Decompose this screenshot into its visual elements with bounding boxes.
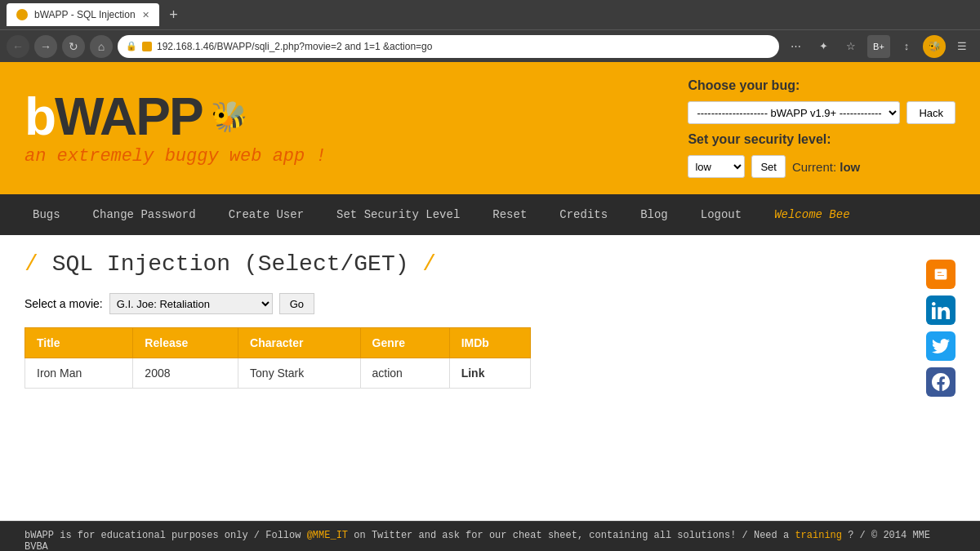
pocket-icon[interactable]: ✦ [812, 35, 835, 58]
cell-title: Iron Man [25, 358, 133, 389]
home-button[interactable]: ⌂ [90, 35, 113, 58]
extension-icon-1[interactable]: B+ [867, 35, 890, 58]
table-header-row: Title Release Character Genre IMDb [25, 328, 531, 358]
new-tab-button[interactable]: + [163, 3, 185, 26]
forward-button[interactable]: → [34, 35, 57, 58]
cell-genre: action [360, 358, 449, 389]
cell-character: Tony Stark [238, 358, 360, 389]
footer-twitter-link[interactable]: @MME_IT [307, 530, 348, 541]
current-security-display: Current: low [792, 160, 860, 174]
col-release: Release [133, 328, 238, 358]
logo-text: bWAPP [24, 91, 203, 143]
nav-change-password[interactable]: Change Password [77, 194, 212, 235]
site-footer: bWAPP is for educational purposes only /… [0, 521, 980, 551]
table-header: Title Release Character Genre IMDb [25, 328, 531, 358]
lock-icon: 🔒 [126, 41, 137, 51]
tab-close-button[interactable]: ✕ [142, 10, 149, 20]
cell-release: 2008 [133, 358, 238, 389]
movie-select-row: Select a movie: G.I. Joe: Retaliation Go [24, 293, 910, 314]
current-security-value: low [840, 160, 860, 174]
logo-b: b [24, 87, 55, 146]
nav-credits[interactable]: Credits [543, 194, 624, 235]
choose-bug-label: Choose your bug: [688, 78, 800, 93]
header-controls: Choose your bug: -------------------- bW… [688, 78, 956, 178]
tab-favicon [16, 9, 28, 20]
address-bar[interactable]: 🔒 192.168.1.46/BWAPP/sqli_2.php?movie=2 … [118, 35, 779, 58]
page-title-text: SQL Injection (Select/GET) [52, 251, 409, 277]
security-label: Set your security level: [688, 132, 831, 147]
bookmark-icon[interactable]: ☆ [840, 35, 862, 58]
active-tab[interactable]: bWAPP - SQL Injection ✕ [7, 3, 159, 26]
tagline: an extremely buggy web app ! [24, 146, 327, 167]
content-area: / SQL Injection (Select/GET) / Select a … [24, 251, 910, 504]
results-table: Title Release Character Genre IMDb Iron … [24, 327, 531, 389]
movie-select[interactable]: G.I. Joe: Retaliation [109, 293, 273, 314]
table-body: Iron Man 2008 Tony Stark action Link [25, 358, 531, 389]
cell-imdb: Link [449, 358, 530, 389]
logo-area: bWAPP 🐝 an extremely buggy web app ! [24, 91, 327, 167]
set-security-button[interactable]: Set [751, 155, 786, 178]
nav-create-user[interactable]: Create User [212, 194, 320, 235]
title-prefix-slash: / [24, 251, 38, 277]
site-header: bWAPP 🐝 an extremely buggy web app ! Cho… [0, 62, 980, 194]
url-text: 192.168.1.46/BWAPP/sqli_2.php?movie=2 an… [157, 41, 771, 52]
imdb-link[interactable]: Link [461, 367, 485, 380]
sync-icon[interactable]: ↕ [895, 35, 918, 58]
social-sidebar [926, 251, 956, 504]
profile-icon[interactable]: 🐝 [923, 35, 946, 58]
nav-welcome[interactable]: Welcome Bee [758, 194, 866, 235]
main-nav: Bugs Change Password Create User Set Sec… [0, 194, 980, 235]
footer-text-before: bWAPP is for educational purposes only /… [24, 530, 307, 541]
page-title: / SQL Injection (Select/GET) / [24, 251, 910, 277]
bee-icon: 🐝 [211, 100, 247, 134]
footer-text-middle: on Twitter and ask for our cheat sheet, … [354, 530, 795, 541]
main-content: / SQL Injection (Select/GET) / Select a … [0, 235, 980, 521]
col-character: Character [238, 328, 360, 358]
nav-blog[interactable]: Blog [624, 194, 684, 235]
twitter-icon[interactable] [926, 331, 956, 361]
title-suffix-slash: / [422, 251, 436, 277]
hack-button[interactable]: Hack [906, 101, 956, 124]
tab-title: bWAPP - SQL Injection [34, 9, 136, 20]
bug-select[interactable]: -------------------- bWAPP v1.9+ -------… [688, 101, 900, 124]
menu-button[interactable]: ☰ [951, 35, 973, 58]
nav-set-security-level[interactable]: Set Security Level [320, 194, 476, 235]
footer-training-link[interactable]: training [795, 530, 842, 541]
col-title: Title [25, 328, 133, 358]
site-favicon [142, 42, 152, 51]
movie-select-label: Select a movie: [24, 297, 103, 310]
nav-bugs[interactable]: Bugs [16, 194, 77, 235]
facebook-icon[interactable] [926, 367, 956, 397]
col-genre: Genre [360, 328, 449, 358]
go-button[interactable]: Go [279, 293, 314, 314]
back-button[interactable]: ← [7, 35, 29, 58]
nav-logout[interactable]: Logout [684, 194, 758, 235]
extensions-menu-button[interactable]: ⋯ [784, 35, 807, 58]
table-row: Iron Man 2008 Tony Stark action Link [25, 358, 531, 389]
linkedin-icon[interactable] [926, 295, 956, 325]
blogger-icon[interactable] [926, 260, 956, 289]
security-select[interactable]: lowmediumhigh [688, 155, 745, 178]
nav-reset[interactable]: Reset [476, 194, 543, 235]
refresh-button[interactable]: ↻ [62, 35, 85, 58]
col-imdb: IMDb [449, 328, 530, 358]
